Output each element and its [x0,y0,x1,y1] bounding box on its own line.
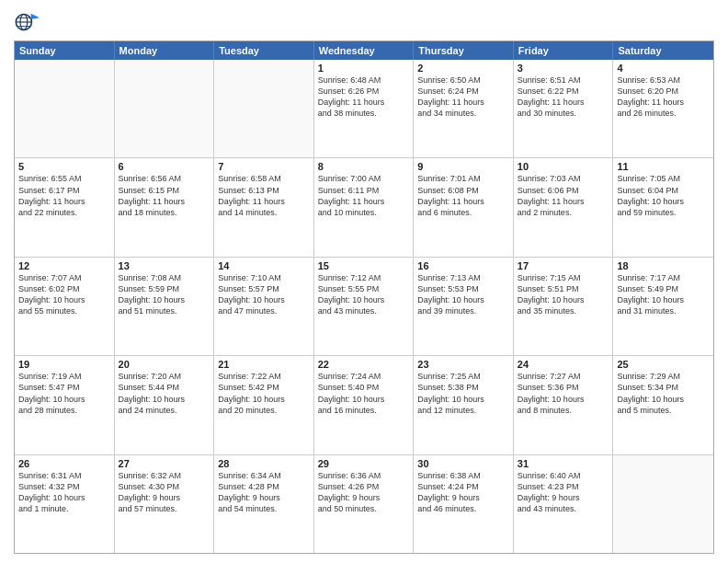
day-info: Sunrise: 6:34 AMSunset: 4:28 PMDaylight:… [218,470,310,515]
day-number: 21 [218,359,310,370]
day-info: Sunrise: 6:58 AMSunset: 6:13 PMDaylight:… [218,173,310,218]
calendar-row-0: 1Sunrise: 6:48 AMSunset: 6:26 PMDaylight… [15,60,713,158]
calendar-cell-r4c6 [613,455,713,553]
header [14,9,714,35]
calendar-cell-r2c4: 16Sunrise: 7:13 AMSunset: 5:53 PMDayligh… [414,258,514,355]
header-day-thursday: Thursday [414,41,514,60]
calendar-cell-r2c0: 12Sunrise: 7:07 AMSunset: 6:02 PMDayligh… [15,258,115,355]
calendar-cell-r0c0 [15,60,115,157]
day-number: 18 [617,260,710,271]
day-number: 10 [518,161,609,172]
day-info: Sunrise: 7:22 AMSunset: 5:42 PMDaylight:… [218,371,310,416]
calendar-cell-r1c1: 6Sunrise: 6:56 AMSunset: 6:15 PMDaylight… [115,158,215,256]
day-number: 8 [318,161,410,172]
day-number: 19 [18,359,110,370]
day-info: Sunrise: 6:40 AMSunset: 4:23 PMDaylight:… [518,470,609,515]
calendar-cell-r1c5: 10Sunrise: 7:03 AMSunset: 6:06 PMDayligh… [514,158,614,256]
header-day-sunday: Sunday [15,41,115,60]
header-day-wednesday: Wednesday [314,41,415,60]
day-info: Sunrise: 7:20 AMSunset: 5:44 PMDaylight:… [119,371,210,416]
day-info: Sunrise: 7:01 AMSunset: 6:08 PMDaylight:… [417,173,509,218]
calendar-cell-r2c3: 15Sunrise: 7:12 AMSunset: 5:55 PMDayligh… [314,258,415,355]
day-number: 29 [318,458,410,469]
day-number: 14 [218,260,310,271]
day-info: Sunrise: 6:56 AMSunset: 6:15 PMDaylight:… [119,173,210,218]
header-day-saturday: Saturday [613,41,713,60]
header-day-tuesday: Tuesday [214,41,314,60]
day-info: Sunrise: 6:32 AMSunset: 4:30 PMDaylight:… [119,470,210,515]
day-info: Sunrise: 7:10 AMSunset: 5:57 PMDaylight:… [218,272,310,317]
calendar-cell-r4c2: 28Sunrise: 6:34 AMSunset: 4:28 PMDayligh… [214,455,314,553]
day-number: 26 [18,458,110,469]
calendar-row-3: 19Sunrise: 7:19 AMSunset: 5:47 PMDayligh… [15,356,713,454]
day-number: 27 [119,458,210,469]
day-number: 30 [417,458,509,469]
calendar-row-4: 26Sunrise: 6:31 AMSunset: 4:32 PMDayligh… [15,455,713,553]
calendar-cell-r4c4: 30Sunrise: 6:38 AMSunset: 4:24 PMDayligh… [414,455,514,553]
logo-icon [14,9,40,35]
day-info: Sunrise: 6:38 AMSunset: 4:24 PMDaylight:… [417,470,509,515]
day-number: 9 [417,161,509,172]
day-info: Sunrise: 6:31 AMSunset: 4:32 PMDaylight:… [18,470,110,515]
header-day-monday: Monday [115,41,215,60]
calendar-cell-r1c2: 7Sunrise: 6:58 AMSunset: 6:13 PMDaylight… [214,158,314,256]
day-number: 3 [518,63,609,74]
calendar-cell-r3c4: 23Sunrise: 7:25 AMSunset: 5:38 PMDayligh… [414,356,514,454]
calendar-cell-r1c4: 9Sunrise: 7:01 AMSunset: 6:08 PMDaylight… [414,158,514,256]
calendar-cell-r2c5: 17Sunrise: 7:15 AMSunset: 5:51 PMDayligh… [514,258,614,355]
day-number: 24 [518,359,609,370]
day-info: Sunrise: 7:17 AMSunset: 5:49 PMDaylight:… [617,272,710,317]
day-number: 15 [318,260,410,271]
calendar-cell-r1c0: 5Sunrise: 6:55 AMSunset: 6:17 PMDaylight… [15,158,115,256]
calendar-cell-r3c5: 24Sunrise: 7:27 AMSunset: 5:36 PMDayligh… [514,356,614,454]
day-number: 22 [318,359,410,370]
calendar-cell-r0c3: 1Sunrise: 6:48 AMSunset: 6:26 PMDaylight… [314,60,415,157]
day-info: Sunrise: 6:36 AMSunset: 4:26 PMDaylight:… [318,470,410,515]
day-info: Sunrise: 7:24 AMSunset: 5:40 PMDaylight:… [318,371,410,416]
day-info: Sunrise: 7:29 AMSunset: 5:34 PMDaylight:… [617,371,710,416]
day-number: 16 [417,260,509,271]
calendar-cell-r1c6: 11Sunrise: 7:05 AMSunset: 6:04 PMDayligh… [613,158,713,256]
calendar: SundayMondayTuesdayWednesdayThursdayFrid… [14,40,714,554]
logo [14,9,43,35]
day-number: 28 [218,458,310,469]
day-info: Sunrise: 7:15 AMSunset: 5:51 PMDaylight:… [518,272,609,317]
day-info: Sunrise: 7:05 AMSunset: 6:04 PMDaylight:… [617,173,710,218]
header-day-friday: Friday [514,41,614,60]
calendar-cell-r3c0: 19Sunrise: 7:19 AMSunset: 5:47 PMDayligh… [15,356,115,454]
calendar-cell-r3c1: 20Sunrise: 7:20 AMSunset: 5:44 PMDayligh… [115,356,215,454]
day-info: Sunrise: 7:00 AMSunset: 6:11 PMDaylight:… [318,173,410,218]
calendar-cell-r3c3: 22Sunrise: 7:24 AMSunset: 5:40 PMDayligh… [314,356,415,454]
day-info: Sunrise: 6:55 AMSunset: 6:17 PMDaylight:… [18,173,110,218]
calendar-cell-r2c2: 14Sunrise: 7:10 AMSunset: 5:57 PMDayligh… [214,258,314,355]
day-info: Sunrise: 6:53 AMSunset: 6:20 PMDaylight:… [617,75,710,120]
calendar-cell-r2c1: 13Sunrise: 7:08 AMSunset: 5:59 PMDayligh… [115,258,215,355]
day-number: 4 [617,63,710,74]
day-number: 6 [119,161,210,172]
page: SundayMondayTuesdayWednesdayThursdayFrid… [0,0,728,563]
calendar-cell-r3c6: 25Sunrise: 7:29 AMSunset: 5:34 PMDayligh… [613,356,713,454]
day-info: Sunrise: 6:50 AMSunset: 6:24 PMDaylight:… [417,75,509,120]
day-number: 13 [119,260,210,271]
day-info: Sunrise: 7:08 AMSunset: 5:59 PMDaylight:… [119,272,210,317]
day-number: 11 [617,161,710,172]
calendar-cell-r0c2 [214,60,314,157]
day-number: 23 [417,359,509,370]
calendar-row-1: 5Sunrise: 6:55 AMSunset: 6:17 PMDaylight… [15,158,713,257]
day-info: Sunrise: 7:27 AMSunset: 5:36 PMDaylight:… [518,371,609,416]
day-number: 7 [218,161,310,172]
calendar-cell-r2c6: 18Sunrise: 7:17 AMSunset: 5:49 PMDayligh… [613,258,713,355]
day-number: 1 [318,63,410,74]
svg-marker-6 [31,14,40,19]
day-info: Sunrise: 7:03 AMSunset: 6:06 PMDaylight:… [518,173,609,218]
day-info: Sunrise: 7:19 AMSunset: 5:47 PMDaylight:… [18,371,110,416]
day-number: 20 [119,359,210,370]
calendar-row-2: 12Sunrise: 7:07 AMSunset: 6:02 PMDayligh… [15,258,713,356]
calendar-cell-r4c0: 26Sunrise: 6:31 AMSunset: 4:32 PMDayligh… [15,455,115,553]
day-number: 5 [18,161,110,172]
calendar-cell-r4c3: 29Sunrise: 6:36 AMSunset: 4:26 PMDayligh… [314,455,415,553]
calendar-cell-r4c1: 27Sunrise: 6:32 AMSunset: 4:30 PMDayligh… [115,455,215,553]
day-info: Sunrise: 6:48 AMSunset: 6:26 PMDaylight:… [318,75,410,120]
calendar-cell-r0c1 [115,60,215,157]
calendar-cell-r3c2: 21Sunrise: 7:22 AMSunset: 5:42 PMDayligh… [214,356,314,454]
